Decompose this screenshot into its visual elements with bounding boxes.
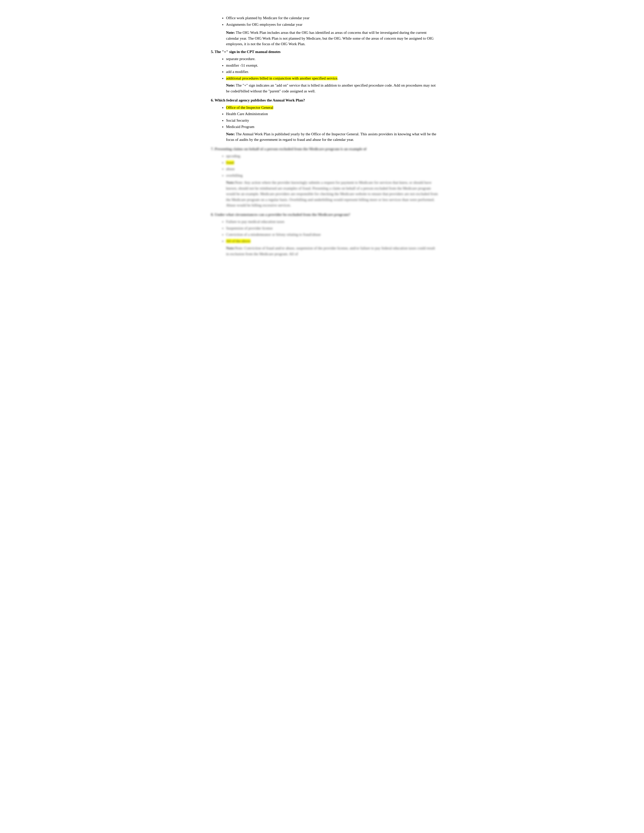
q7-option-1-highlighted: fraud — [226, 161, 234, 165]
q8-number: 8. — [211, 212, 214, 217]
q6-note-label: Note: — [226, 132, 235, 136]
q7-option-3: overbilling — [226, 173, 438, 178]
question-8: 8. Under what circumstances can a provid… — [211, 212, 438, 257]
q7-option-0: upcoding. — [226, 153, 438, 159]
question-6: 6. Which federal agency publishes the An… — [211, 97, 438, 143]
q6-option-0-highlighted: Office of the Inspector General — [226, 106, 273, 109]
q6-header: 6. Which federal agency publishes the An… — [211, 97, 438, 103]
q8-note-label: Note: — [226, 246, 235, 250]
intro-note-text: The OIG Work Plan includes areas that th… — [226, 31, 434, 46]
q6-note-text: The Annual Work Plan is published yearly… — [226, 132, 436, 142]
q6-options: Office of the Inspector General Health C… — [226, 105, 438, 130]
q8-option-3: All of the above — [226, 238, 438, 244]
q6-option-1: Health Care Administration — [226, 111, 438, 117]
q6-option-0: Office of the Inspector General — [226, 105, 438, 111]
q6-option-3: Medicaid Program — [226, 124, 438, 130]
question-5: 5. The "+" sign in the CPT manual denote… — [211, 49, 438, 94]
q5-number: 5. — [211, 50, 214, 54]
q5-header: 5. The "+" sign in the CPT manual denote… — [211, 49, 438, 55]
q5-note-text: The "+" sign indicates an "add on" servi… — [226, 83, 436, 93]
q5-question: The "+" sign in the CPT manual denotes — [215, 50, 280, 54]
q5-note: Note: The "+" sign indicates an "add on"… — [226, 82, 438, 94]
q5-option-3: additional procedures billed in conjunct… — [226, 76, 438, 81]
q8-question: Under what circumstances can a provider … — [215, 212, 350, 217]
q5-option-2: add a modifier. — [226, 69, 438, 75]
intro-bullet-1: Office work planned by Medicare for the … — [226, 15, 438, 21]
q8-options: Failure to pay medical education taxes S… — [226, 219, 438, 244]
q7-question: Presenting claims on behalf of a person … — [215, 147, 367, 151]
q8-note: Note:Note: Conviction of fraud and/or ab… — [226, 245, 438, 257]
q6-option-2: Social Security — [226, 117, 438, 124]
q6-question: Which federal agency publishes the Annua… — [215, 98, 305, 102]
q8-option-1: Suspension of provider license — [226, 225, 438, 231]
q6-note: Note: The Annual Work Plan is published … — [226, 131, 438, 143]
intro-note: Note: The OIG Work Plan includes areas t… — [226, 30, 438, 47]
page-content: Office work planned by Medicare for the … — [211, 15, 438, 257]
q7-note: Note:Note: Any action where the provider… — [226, 180, 438, 208]
q5-note-label: Note: — [226, 83, 235, 87]
q7-options: upcoding. fraud abuse overbilling — [226, 153, 438, 178]
q7-option-1: fraud — [226, 160, 438, 166]
q8-option-3-highlighted: All of the above — [226, 239, 251, 243]
q7-option-2: abuse — [226, 166, 438, 172]
q8-header: 8. Under what circumstances can a provid… — [211, 212, 438, 217]
q5-option-1: modifier -51 exempt. — [226, 63, 438, 68]
q7-number: 7. — [211, 147, 214, 151]
q5-option-0: separate procedure. — [226, 56, 438, 62]
q5-options: separate procedure. modifier -51 exempt.… — [226, 56, 438, 81]
q8-option-2: Conviction of a misdemeanor or felony re… — [226, 232, 438, 238]
q5-option-3-highlighted: additional procedures billed in conjunct… — [226, 76, 337, 80]
q7-note-label: Note: — [226, 180, 235, 185]
q6-number: 6. — [211, 98, 214, 102]
q7-note-text: Note: Any action where the provider know… — [226, 180, 438, 207]
intro-note-label: Note: — [226, 31, 235, 35]
q7-header: 7. Presenting claims on behalf of a pers… — [211, 146, 438, 152]
intro-bullet-2: Assignments for OIG employees for calend… — [226, 22, 438, 27]
intro-bullet-list: Office work planned by Medicare for the … — [226, 15, 438, 27]
q8-option-0: Failure to pay medical education taxes — [226, 219, 438, 225]
q8-note-text: Note: Conviction of fraud and/or abuse, … — [226, 246, 435, 256]
question-7: 7. Presenting claims on behalf of a pers… — [211, 146, 438, 208]
